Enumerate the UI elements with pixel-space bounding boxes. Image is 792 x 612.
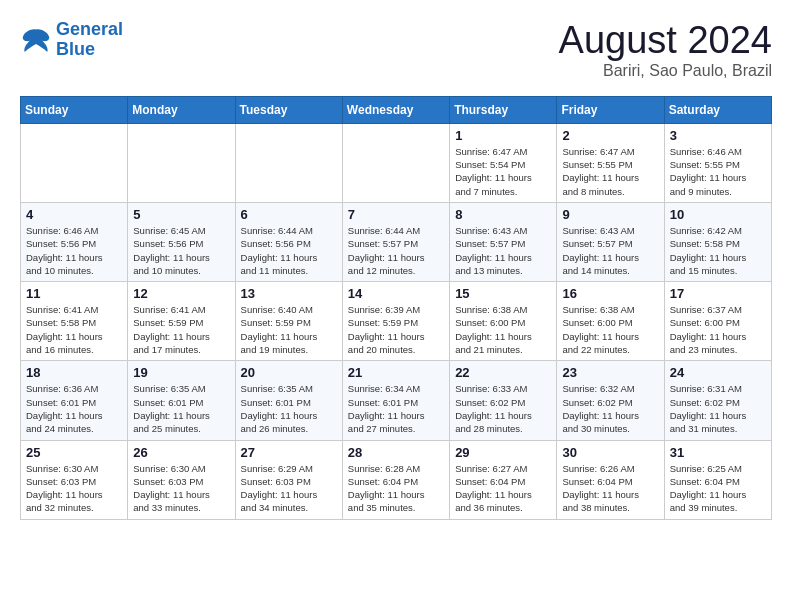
cell-info: Sunrise: 6:41 AM Sunset: 5:59 PM Dayligh…	[133, 303, 229, 356]
cell-info: Sunrise: 6:42 AM Sunset: 5:58 PM Dayligh…	[670, 224, 766, 277]
calendar-cell: 29Sunrise: 6:27 AM Sunset: 6:04 PM Dayli…	[450, 440, 557, 519]
calendar-cell	[128, 123, 235, 202]
calendar-cell	[235, 123, 342, 202]
weekday-header-thursday: Thursday	[450, 96, 557, 123]
calendar-cell: 9Sunrise: 6:43 AM Sunset: 5:57 PM Daylig…	[557, 202, 664, 281]
calendar-cell: 3Sunrise: 6:46 AM Sunset: 5:55 PM Daylig…	[664, 123, 771, 202]
day-number: 7	[348, 207, 444, 222]
calendar-week-row: 25Sunrise: 6:30 AM Sunset: 6:03 PM Dayli…	[21, 440, 772, 519]
calendar-cell: 15Sunrise: 6:38 AM Sunset: 6:00 PM Dayli…	[450, 282, 557, 361]
calendar-cell: 31Sunrise: 6:25 AM Sunset: 6:04 PM Dayli…	[664, 440, 771, 519]
calendar-cell	[342, 123, 449, 202]
calendar-cell: 30Sunrise: 6:26 AM Sunset: 6:04 PM Dayli…	[557, 440, 664, 519]
cell-info: Sunrise: 6:27 AM Sunset: 6:04 PM Dayligh…	[455, 462, 551, 515]
cell-info: Sunrise: 6:31 AM Sunset: 6:02 PM Dayligh…	[670, 382, 766, 435]
calendar-cell: 1Sunrise: 6:47 AM Sunset: 5:54 PM Daylig…	[450, 123, 557, 202]
weekday-header-friday: Friday	[557, 96, 664, 123]
day-number: 15	[455, 286, 551, 301]
calendar-cell: 13Sunrise: 6:40 AM Sunset: 5:59 PM Dayli…	[235, 282, 342, 361]
day-number: 31	[670, 445, 766, 460]
calendar-cell: 19Sunrise: 6:35 AM Sunset: 6:01 PM Dayli…	[128, 361, 235, 440]
cell-info: Sunrise: 6:32 AM Sunset: 6:02 PM Dayligh…	[562, 382, 658, 435]
page-header: General Blue August 2024 Bariri, Sao Pau…	[20, 20, 772, 80]
day-number: 23	[562, 365, 658, 380]
day-number: 12	[133, 286, 229, 301]
calendar-cell: 5Sunrise: 6:45 AM Sunset: 5:56 PM Daylig…	[128, 202, 235, 281]
calendar-cell: 4Sunrise: 6:46 AM Sunset: 5:56 PM Daylig…	[21, 202, 128, 281]
day-number: 28	[348, 445, 444, 460]
logo-general: General	[56, 19, 123, 39]
calendar-cell: 10Sunrise: 6:42 AM Sunset: 5:58 PM Dayli…	[664, 202, 771, 281]
calendar-table: SundayMondayTuesdayWednesdayThursdayFrid…	[20, 96, 772, 520]
cell-info: Sunrise: 6:44 AM Sunset: 5:56 PM Dayligh…	[241, 224, 337, 277]
cell-info: Sunrise: 6:30 AM Sunset: 6:03 PM Dayligh…	[26, 462, 122, 515]
calendar-cell: 27Sunrise: 6:29 AM Sunset: 6:03 PM Dayli…	[235, 440, 342, 519]
cell-info: Sunrise: 6:25 AM Sunset: 6:04 PM Dayligh…	[670, 462, 766, 515]
day-number: 16	[562, 286, 658, 301]
cell-info: Sunrise: 6:28 AM Sunset: 6:04 PM Dayligh…	[348, 462, 444, 515]
cell-info: Sunrise: 6:41 AM Sunset: 5:58 PM Dayligh…	[26, 303, 122, 356]
day-number: 9	[562, 207, 658, 222]
cell-info: Sunrise: 6:30 AM Sunset: 6:03 PM Dayligh…	[133, 462, 229, 515]
day-number: 5	[133, 207, 229, 222]
cell-info: Sunrise: 6:26 AM Sunset: 6:04 PM Dayligh…	[562, 462, 658, 515]
calendar-cell: 22Sunrise: 6:33 AM Sunset: 6:02 PM Dayli…	[450, 361, 557, 440]
day-number: 14	[348, 286, 444, 301]
calendar-cell: 25Sunrise: 6:30 AM Sunset: 6:03 PM Dayli…	[21, 440, 128, 519]
day-number: 20	[241, 365, 337, 380]
calendar-cell: 23Sunrise: 6:32 AM Sunset: 6:02 PM Dayli…	[557, 361, 664, 440]
cell-info: Sunrise: 6:39 AM Sunset: 5:59 PM Dayligh…	[348, 303, 444, 356]
cell-info: Sunrise: 6:40 AM Sunset: 5:59 PM Dayligh…	[241, 303, 337, 356]
cell-info: Sunrise: 6:38 AM Sunset: 6:00 PM Dayligh…	[562, 303, 658, 356]
calendar-week-row: 11Sunrise: 6:41 AM Sunset: 5:58 PM Dayli…	[21, 282, 772, 361]
location-title: Bariri, Sao Paulo, Brazil	[559, 62, 772, 80]
day-number: 19	[133, 365, 229, 380]
cell-info: Sunrise: 6:38 AM Sunset: 6:00 PM Dayligh…	[455, 303, 551, 356]
calendar-cell: 12Sunrise: 6:41 AM Sunset: 5:59 PM Dayli…	[128, 282, 235, 361]
calendar-cell	[21, 123, 128, 202]
day-number: 6	[241, 207, 337, 222]
calendar-cell: 6Sunrise: 6:44 AM Sunset: 5:56 PM Daylig…	[235, 202, 342, 281]
day-number: 1	[455, 128, 551, 143]
calendar-week-row: 18Sunrise: 6:36 AM Sunset: 6:01 PM Dayli…	[21, 361, 772, 440]
day-number: 25	[26, 445, 122, 460]
logo-blue: Blue	[56, 39, 95, 59]
cell-info: Sunrise: 6:47 AM Sunset: 5:55 PM Dayligh…	[562, 145, 658, 198]
calendar-cell: 18Sunrise: 6:36 AM Sunset: 6:01 PM Dayli…	[21, 361, 128, 440]
month-title: August 2024	[559, 20, 772, 62]
day-number: 18	[26, 365, 122, 380]
cell-info: Sunrise: 6:36 AM Sunset: 6:01 PM Dayligh…	[26, 382, 122, 435]
calendar-cell: 8Sunrise: 6:43 AM Sunset: 5:57 PM Daylig…	[450, 202, 557, 281]
day-number: 29	[455, 445, 551, 460]
title-block: August 2024 Bariri, Sao Paulo, Brazil	[559, 20, 772, 80]
day-number: 26	[133, 445, 229, 460]
day-number: 30	[562, 445, 658, 460]
calendar-cell: 14Sunrise: 6:39 AM Sunset: 5:59 PM Dayli…	[342, 282, 449, 361]
calendar-cell: 20Sunrise: 6:35 AM Sunset: 6:01 PM Dayli…	[235, 361, 342, 440]
day-number: 17	[670, 286, 766, 301]
cell-info: Sunrise: 6:29 AM Sunset: 6:03 PM Dayligh…	[241, 462, 337, 515]
day-number: 3	[670, 128, 766, 143]
cell-info: Sunrise: 6:33 AM Sunset: 6:02 PM Dayligh…	[455, 382, 551, 435]
day-number: 4	[26, 207, 122, 222]
weekday-header-monday: Monday	[128, 96, 235, 123]
day-number: 13	[241, 286, 337, 301]
day-number: 11	[26, 286, 122, 301]
calendar-cell: 24Sunrise: 6:31 AM Sunset: 6:02 PM Dayli…	[664, 361, 771, 440]
calendar-cell: 17Sunrise: 6:37 AM Sunset: 6:00 PM Dayli…	[664, 282, 771, 361]
cell-info: Sunrise: 6:34 AM Sunset: 6:01 PM Dayligh…	[348, 382, 444, 435]
cell-info: Sunrise: 6:46 AM Sunset: 5:55 PM Dayligh…	[670, 145, 766, 198]
calendar-cell: 11Sunrise: 6:41 AM Sunset: 5:58 PM Dayli…	[21, 282, 128, 361]
logo: General Blue	[20, 20, 123, 60]
cell-info: Sunrise: 6:35 AM Sunset: 6:01 PM Dayligh…	[133, 382, 229, 435]
weekday-header-saturday: Saturday	[664, 96, 771, 123]
cell-info: Sunrise: 6:37 AM Sunset: 6:00 PM Dayligh…	[670, 303, 766, 356]
day-number: 8	[455, 207, 551, 222]
calendar-cell: 28Sunrise: 6:28 AM Sunset: 6:04 PM Dayli…	[342, 440, 449, 519]
weekday-header-wednesday: Wednesday	[342, 96, 449, 123]
cell-info: Sunrise: 6:44 AM Sunset: 5:57 PM Dayligh…	[348, 224, 444, 277]
weekday-header-row: SundayMondayTuesdayWednesdayThursdayFrid…	[21, 96, 772, 123]
day-number: 27	[241, 445, 337, 460]
weekday-header-tuesday: Tuesday	[235, 96, 342, 123]
weekday-header-sunday: Sunday	[21, 96, 128, 123]
